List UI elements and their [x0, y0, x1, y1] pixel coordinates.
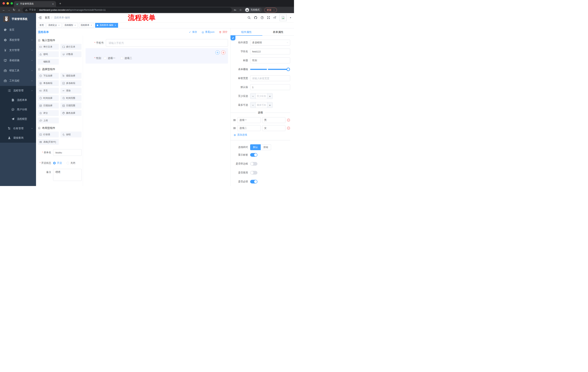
sidebar-item-11[interactable]: 请假查询 [0, 133, 36, 143]
add-option-button[interactable]: ⊕ 添加选项 [231, 133, 290, 137]
palette-item-0-3[interactable]: 123计数器 [60, 51, 82, 57]
toggle-switch[interactable] [250, 162, 257, 166]
min-select-input[interactable] [256, 93, 267, 99]
palette-item-1-7[interactable]: 时间范围 [60, 95, 82, 101]
tag-close-icon[interactable]: × [74, 24, 76, 26]
palette-item-1-11[interactable]: 颜色选择 [60, 110, 82, 116]
window-zoom-button[interactable] [10, 2, 13, 5]
palette-item-1-4[interactable]: 开关 [37, 88, 59, 94]
stepper-decrease-button[interactable]: − [250, 102, 256, 108]
palette-item-1-0[interactable]: 下拉选择 [37, 73, 59, 79]
toggle-switch[interactable] [250, 153, 257, 157]
palette-item-0-1[interactable]: 多行文本 [60, 44, 82, 50]
drag-handle-icon[interactable] [233, 127, 236, 130]
palette-item-1-9[interactable]: 日期范围 [60, 103, 82, 108]
browser-menu-icon[interactable]: ⋮ [273, 9, 275, 11]
status-radio-on[interactable]: 开启 [53, 161, 62, 165]
sidebar-item-7[interactable]: 流程表单 [0, 95, 36, 105]
font-size-icon[interactable] [273, 16, 276, 19]
sidebar-item-6[interactable]: 流程管理 [0, 86, 36, 95]
stepper-decrease-button[interactable]: − [250, 93, 256, 99]
status-radio-off[interactable]: 关闭 [67, 161, 75, 165]
tag-close-icon[interactable]: × [114, 24, 116, 26]
window-close-button[interactable] [2, 2, 5, 5]
sidebar-item-10[interactable]: 任务管理 [0, 124, 36, 133]
option-value-input[interactable] [262, 117, 285, 123]
max-select-input[interactable] [256, 102, 267, 108]
user-avatar[interactable] [280, 14, 286, 21]
copy-widget-button[interactable] [215, 50, 220, 55]
tag-close-icon[interactable]: × [58, 24, 60, 26]
window-minimize-button[interactable] [7, 2, 9, 5]
palette-item-0-2[interactable]: 密码 [37, 51, 59, 57]
palette-item-1-3[interactable]: 多选框组 [60, 80, 82, 86]
sidebar-item-9[interactable]: 流程模型 [0, 114, 36, 124]
component-type-select[interactable] [250, 40, 290, 45]
toggle-switch[interactable] [250, 180, 257, 183]
option-label-input[interactable] [237, 117, 261, 123]
fullscreen-icon[interactable] [267, 16, 270, 19]
tag-tab-1[interactable]: 流程定义× [47, 23, 62, 28]
forward-icon[interactable]: → [7, 8, 10, 12]
stepper-increase-button[interactable]: + [267, 93, 273, 99]
new-tab-button[interactable]: + [59, 2, 62, 5]
palette-item-1-12[interactable]: 上传 [37, 117, 59, 123]
tag-tab-0[interactable]: 首页 [38, 23, 45, 28]
option-label-input[interactable] [237, 125, 261, 131]
palette-item-1-6[interactable]: 时间选择 [37, 95, 59, 101]
tag-tab-2[interactable]: 流程模型× [63, 23, 78, 28]
breadcrumb-home[interactable]: 首页 [45, 16, 50, 19]
github-icon[interactable] [254, 16, 257, 20]
palette-item-1-2[interactable]: 单选框组 [37, 80, 59, 86]
clear-button[interactable]: 清空 [219, 30, 227, 34]
default-value-input[interactable] [250, 84, 290, 90]
style-button-button[interactable]: 按钮 [261, 144, 271, 150]
save-button[interactable]: ✓ 保存 [189, 30, 197, 34]
remove-option-icon[interactable] [287, 127, 290, 130]
sidebar-item-5[interactable]: 工作流程 [0, 76, 36, 86]
field-name-input[interactable] [250, 49, 290, 54]
selected-widget-gender[interactable]: 性别 选项一选项二 [85, 48, 228, 64]
style-default-button[interactable]: 默认 [250, 144, 261, 150]
sidebar-item-3[interactable]: 基础设施 [0, 55, 36, 65]
tab-close-icon[interactable]: × [52, 3, 54, 5]
form-name-input[interactable] [53, 149, 82, 156]
palette-item-1-8[interactable]: 日期选择 [37, 103, 59, 108]
sidebar-item-4[interactable]: 研发工具 [0, 65, 36, 76]
label-width-input[interactable] [250, 75, 290, 81]
reload-icon[interactable]: ↻ [12, 8, 16, 12]
view-json-button[interactable]: ◎ 查看json [201, 30, 214, 34]
option-value-input[interactable] [262, 125, 285, 131]
palette-item-2-0[interactable]: 行容器 [37, 132, 59, 138]
palette-item-2-1[interactable]: 按钮 [60, 132, 82, 138]
remove-option-icon[interactable] [287, 118, 290, 122]
avatar-caret-icon[interactable]: ▾ [290, 17, 292, 19]
url-bar[interactable]: 不安全 dashboard.yudao.iocoder.cn/bpm/manag… [22, 8, 232, 12]
search-icon[interactable] [247, 16, 251, 19]
browser-update-button[interactable]: 更新 ⋮ [264, 8, 277, 12]
password-key-icon[interactable] [234, 9, 237, 11]
home-icon[interactable]: ⌂ [18, 8, 21, 12]
back-icon[interactable]: ← [2, 8, 5, 12]
palette-item-1-10[interactable]: 评分 [37, 110, 59, 116]
palette-item-0-0[interactable]: 单行文本 [37, 44, 59, 50]
remark-textarea[interactable]: 嘿嘿 [53, 169, 82, 181]
tag-close-icon[interactable]: × [90, 24, 92, 26]
sidebar-item-1[interactable]: 系统管理 [0, 35, 36, 45]
help-icon[interactable] [261, 16, 264, 19]
gender-option-0[interactable]: 选项一 [104, 57, 115, 60]
drag-handle-icon[interactable] [233, 119, 236, 122]
phone-input[interactable] [106, 39, 228, 47]
sidebar-collapse-icon[interactable] [38, 16, 42, 20]
palette-item-1-1[interactable]: 级联选择 [60, 73, 82, 79]
palette-item-1-5[interactable]: 滑块 [60, 88, 82, 94]
toggle-switch[interactable] [250, 171, 257, 175]
bookmark-star-icon[interactable]: ☆ [239, 9, 242, 11]
form-grid-slider[interactable] [250, 69, 288, 70]
browser-tab[interactable]: 芋道管理系统 × [14, 1, 56, 7]
palette-item-2-2[interactable]: 表格[开发中] [37, 139, 59, 145]
gender-option-1[interactable]: 选项二 [120, 57, 132, 60]
title-input[interactable] [250, 57, 290, 63]
sidebar-item-8[interactable]: 用户分组 [0, 105, 36, 114]
stepper-increase-button[interactable]: + [267, 102, 273, 108]
